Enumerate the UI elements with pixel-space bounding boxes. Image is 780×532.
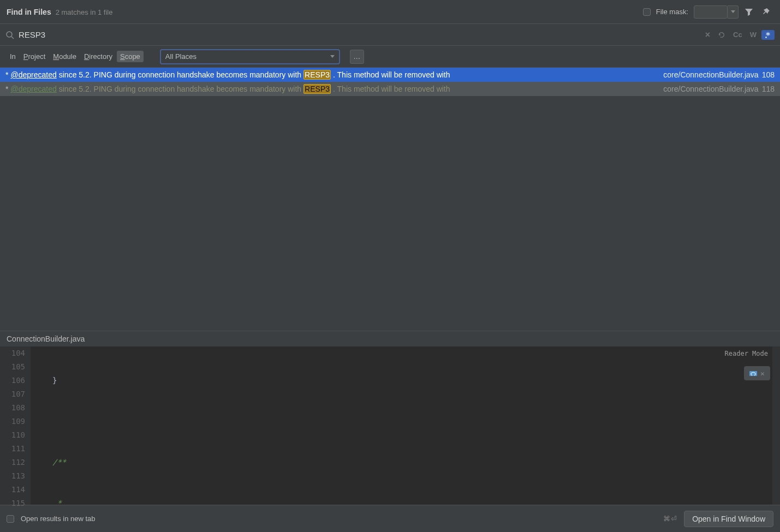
result-doctag: @deprecated (10, 70, 56, 79)
code-preview: Reader Mode × 104 105 106 107 108 109 11… (0, 346, 780, 505)
code-token: } (35, 374, 57, 387)
pin-icon[interactable] (759, 5, 773, 19)
result-prefix: * (5, 85, 8, 93)
result-doctag: @deprecated (10, 85, 56, 93)
file-mask-label: File mask: (656, 8, 688, 16)
reader-mode-badge[interactable]: × (744, 366, 770, 380)
match-count: 2 matches in 1 file (56, 8, 113, 16)
code-token: /** (35, 456, 66, 469)
clear-search-icon[interactable]: × (702, 29, 713, 41)
result-prefix: * (5, 70, 8, 79)
svg-rect-6 (749, 371, 757, 376)
result-match: RESP3 (303, 84, 331, 94)
result-match: RESP3 (303, 70, 331, 80)
file-mask-input[interactable] (694, 5, 728, 19)
match-case-toggle[interactable]: Cc (730, 29, 745, 40)
error-stripe[interactable] (772, 346, 780, 505)
preview-filename: ConnectionBuilder.java (0, 331, 780, 346)
code-token: * (35, 497, 62, 505)
scope-bar: In Project Module Directory Scope All Pl… (0, 46, 780, 68)
open-new-tab-label: Open results in new tab (21, 515, 96, 523)
result-text: . This method will be removed with (333, 70, 450, 79)
search-input[interactable] (19, 30, 702, 39)
scope-selected: All Places (165, 52, 197, 61)
result-text: . This method will be removed with (333, 85, 450, 93)
titlebar: Find in Files 2 matches in 1 file File m… (0, 0, 780, 24)
scope-dropdown[interactable]: All Places (160, 49, 340, 64)
history-icon[interactable] (715, 30, 728, 40)
regex-toggle[interactable] (761, 30, 775, 40)
result-line: 118 (762, 85, 775, 93)
filter-icon[interactable] (742, 5, 756, 19)
result-text: since 5.2. PING during connection handsh… (59, 70, 301, 79)
footer: Open results in new tab ⌘⏎ Open in Find … (0, 505, 780, 532)
results-blank-area (0, 96, 780, 331)
svg-line-1 (11, 37, 14, 39)
scope-tab-project[interactable]: Project (20, 51, 49, 62)
gutter: 104 105 106 107 108 109 110 111 112 113 … (0, 346, 31, 505)
scope-tab-scope[interactable]: Scope (117, 51, 144, 62)
scope-tab-module[interactable]: Module (50, 51, 80, 62)
search-bar: × Cc W (0, 24, 780, 46)
open-in-find-window-button[interactable]: Open in Find Window (684, 511, 773, 527)
search-icon (5, 31, 14, 39)
scope-more-button[interactable]: … (350, 50, 364, 64)
result-row[interactable]: * @deprecated since 5.2. PING during con… (0, 82, 780, 96)
result-row[interactable]: * @deprecated since 5.2. PING during con… (0, 68, 780, 82)
code-area[interactable]: } /** * * @deprecated since 5.2. PING du… (31, 346, 780, 505)
dialog-title: Find in Files (7, 8, 51, 16)
svg-point-0 (7, 32, 12, 37)
svg-point-5 (765, 37, 767, 38)
words-toggle[interactable]: W (747, 29, 759, 40)
reader-mode-label[interactable]: Reader Mode (725, 350, 768, 357)
results-list: * @deprecated since 5.2. PING during con… (0, 68, 780, 96)
result-file: core/ConnectionBuilder.java (663, 70, 758, 79)
shortcut-hint: ⌘⏎ (663, 515, 677, 523)
file-mask-dropdown[interactable] (728, 5, 739, 19)
reader-mode-icon (749, 370, 757, 376)
result-text: since 5.2. PING during connection handsh… (59, 85, 301, 93)
result-file: core/ConnectionBuilder.java (663, 85, 758, 93)
close-icon[interactable]: × (760, 369, 765, 378)
file-mask-checkbox[interactable] (643, 8, 651, 16)
scope-tab-directory[interactable]: Directory (81, 51, 116, 62)
scope-prefix: In (7, 51, 19, 62)
open-new-tab-checkbox[interactable] (7, 515, 14, 523)
result-line: 108 (762, 70, 775, 79)
